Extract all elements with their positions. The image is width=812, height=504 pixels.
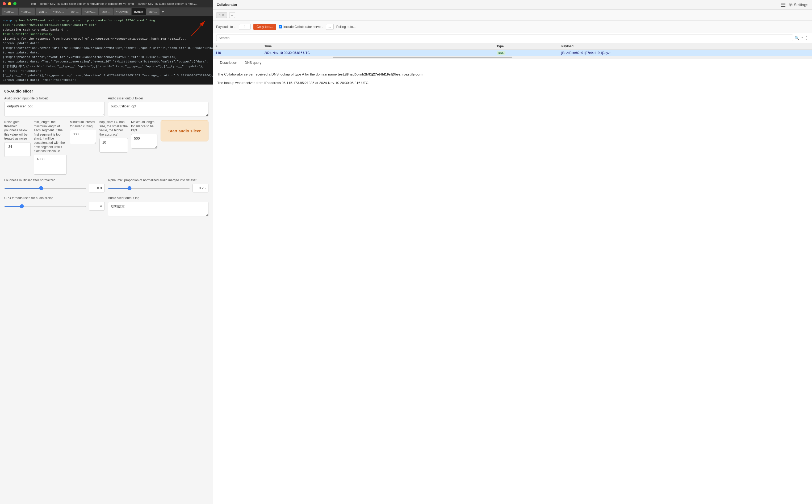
terminal-line-7: Stream update: data: {"msg":"heartbeat"} [3,78,210,82]
include-collaborator-checkbox[interactable] [279,25,282,28]
description-para-2: The lookup was received from IP address … [217,80,808,86]
cell-num: 110 [213,50,262,56]
terminal-command: python SoVITS-audio-slicer-exp.py -u htt… [3,19,155,27]
hamburger-icon [781,3,785,7]
hamburger-menu-button[interactable] [781,3,785,7]
payloads-input[interactable] [239,24,251,30]
max-silence-label: Maximum length for silence to be kept [131,120,157,133]
sliders-row: Loudness multiplier after normalized alp… [4,178,208,193]
svg-rect-2 [781,3,785,3]
noise-gate-field[interactable]: -34 [4,142,31,157]
min-length-group: min_length: the minimum length of each s… [34,120,67,175]
hop-size-label: hop_size: FO hop size, the smaller the v… [99,120,128,137]
tab-1[interactable]: ~.ch/G... [2,8,18,15]
loudness-value-input[interactable] [89,184,105,192]
svg-rect-3 [781,5,785,5]
audio-input-field[interactable]: output/slicer_opt [4,102,105,116]
collaborator-table: # Time Type Payload 110 2024-Nov-10 20:3… [213,43,812,56]
dns-badge: DNS [497,51,505,55]
start-btn-container: Start audio slicer [161,120,208,141]
alpha-mix-group: alpha_mix: proportion of normalized audi… [108,178,208,193]
search-icon: 🔍 [795,36,799,40]
hop-size-group: hop_size: FO hop size, the smaller the v… [99,120,128,153]
copy-to-clipboard-button[interactable]: Copy to c... [253,24,276,30]
window-chrome: exp — python SoVITS-audio-slicer-exp.py … [0,0,213,7]
start-audio-slicer-button[interactable]: Start audio slicer [163,126,206,136]
svg-rect-4 [781,6,785,7]
tab-10[interactable]: slurt... [146,8,160,15]
terminal-line-2: Task submitted successfully. [3,32,210,36]
cell-type: DNS [494,50,559,56]
more-options-icon[interactable]: ⋮ [805,35,809,40]
scroll-thumb [333,57,513,58]
collaborator-titlebar: Collaborator Settings [213,0,812,10]
output-log-group: Audio slicer output log 切割结束 [108,196,208,216]
tab-dns-query[interactable]: DNS query [241,58,265,67]
min-interval-label: Minumum interval for audio cutting [70,120,96,128]
tab-6[interactable]: ~.ch/G... [82,8,98,15]
table-row[interactable]: 110 2024-Nov-10 20:30:05.816 UTC DNS jl8… [213,50,812,56]
cell-payload: jl8nzd0onrh2h91j27et4bl19sfj3byzn [559,50,812,56]
help-icon[interactable]: ? [801,36,803,40]
col-header-num: # [213,43,262,50]
gradio-panel: 0b-Audio slicer Audio slicer input (file… [0,85,213,504]
detail-content: The Collaborator server received a DNS l… [213,67,812,504]
collaborator-tab-1[interactable]: 1 ✕ [216,12,227,18]
minimize-button[interactable] [8,2,11,5]
tab-2[interactable]: ~.ch/G... [19,8,35,15]
terminal-line-6: Stream update: data: {"msg":"process_gen… [3,59,210,78]
search-input[interactable] [216,35,793,41]
tab-close-icon[interactable]: ✕ [222,14,224,16]
close-button[interactable] [3,2,6,5]
add-tab-button[interactable]: + [229,12,235,18]
horizontal-scrollbar[interactable] [213,56,812,58]
alpha-mix-label: alpha_mix: proportion of normalized audi… [108,178,208,183]
cpu-threads-group: CPU threads used for audio slicing [4,196,105,216]
maximize-button[interactable] [13,2,16,5]
bracket-button[interactable]: ... [326,24,334,30]
cpu-threads-value-input[interactable] [89,202,105,211]
min-length-field[interactable]: 4000 [34,155,67,175]
terminal-prompt: → exp [3,19,12,22]
max-silence-group: Maximum length for silence to be kept 50… [131,120,157,149]
noise-gate-group: Noise gate threshold (loudness below thi… [4,120,31,157]
detail-tabs: Description DNS query [213,58,812,67]
include-checkbox-row: Include Collaborator serve... [279,25,323,29]
audio-output-field[interactable]: output/slicer_opt [108,102,208,116]
audio-input-label: Audio slicer input (file or folder) [4,96,105,101]
collaborator-toolbar: 1 ✕ + [213,10,812,21]
max-silence-field[interactable]: 500 [131,134,157,149]
terminal-line-4: Stream update: data: {"msg":"estimation"… [3,41,210,50]
loudness-slider[interactable] [4,188,86,189]
loudness-label: Loudness multiplier after normalized [4,178,105,183]
terminal-line-5: Stream update: data: {"msg":"process_sta… [3,50,210,60]
collaborator-title: Collaborator [217,3,237,7]
audio-input-group: Audio slicer input (file or folder) outp… [4,96,105,117]
tab-3[interactable]: -zsh ... [36,8,50,15]
search-bar: 🔍 ? ⋮ [213,33,812,43]
min-interval-field[interactable]: 300 [70,130,96,144]
tab-description[interactable]: Description [216,58,241,67]
tab-7[interactable]: -zsh ... [99,8,113,15]
alpha-mix-value-input[interactable] [192,184,208,192]
tab-4[interactable]: ~.ch/G... [50,8,67,15]
alpha-mix-slider[interactable] [108,188,190,189]
tab-5[interactable]: -zsh ... [67,8,81,15]
audio-output-label: Audio slicer output folder [108,96,208,101]
terminal: → exp python SoVITS-audio-slicer-exp.py … [0,16,213,85]
col-header-payload: Payload [559,43,812,50]
tab-8[interactable]: ~/Downlo [114,8,131,15]
cpu-threads-slider[interactable] [4,206,86,207]
cpu-threads-label: CPU threads used for audio slicing [4,196,105,200]
tab-add-button[interactable]: + [160,9,166,14]
settings-button[interactable]: Settings [789,2,808,7]
output-log-field[interactable]: 切割结束 [108,202,208,216]
tab-python[interactable]: python [132,8,146,15]
polling-label: Polling auto... [336,25,356,29]
min-length-label: min_length: the minimum length of each s… [34,120,67,153]
description-text-1: The Collaborator server received a DNS l… [217,72,337,76]
payloads-label: Payloads to ... [216,25,236,29]
param-section: Noise gate threshold (loudness below thi… [4,120,208,175]
include-label: Include Collaborator serve... [283,25,323,29]
hop-size-field[interactable]: 10 [99,138,128,153]
